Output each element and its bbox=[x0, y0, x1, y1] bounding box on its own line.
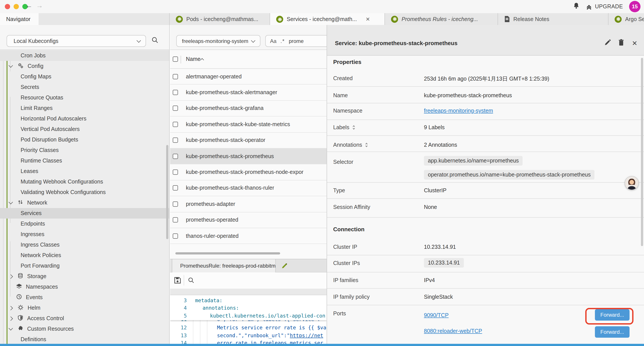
expand-toggle-icon[interactable] bbox=[352, 125, 356, 130]
row-divider bbox=[327, 182, 644, 183]
table-row[interactable]: kube-prometheus-stack-prometheus-node-ex… bbox=[170, 164, 326, 180]
minimize-window-button[interactable] bbox=[14, 4, 19, 9]
table-row[interactable]: kube-prometheus-stack-thanos-ruler bbox=[170, 180, 326, 196]
upgrade-button[interactable]: UPGRADE bbox=[586, 3, 623, 10]
name-value: kube-prometheus-stack-prometheus bbox=[424, 92, 512, 98]
sidebar-item-namespaces[interactable]: Namespaces bbox=[0, 282, 170, 292]
port-link-8080[interactable]: 8080:reloader-web/TCP bbox=[424, 328, 482, 334]
table-row[interactable]: alertmanager-operated bbox=[170, 69, 326, 85]
sidebar-item-priority-classes[interactable]: Priority Classes bbox=[0, 145, 170, 155]
table-row[interactable]: kube-prometheus-stack-grafana bbox=[170, 101, 326, 117]
row-divider bbox=[327, 152, 644, 152]
sidebar-item-mutating-webhook-configurations[interactable]: Mutating Webhook Configurations bbox=[0, 177, 170, 187]
row-divider bbox=[327, 103, 644, 103]
table-row[interactable]: prometheus-adapter bbox=[170, 196, 326, 212]
expand-toggle-icon[interactable] bbox=[364, 142, 369, 148]
kubeconfig-selector[interactable]: Local Kubeconfigs bbox=[6, 35, 146, 47]
port-link-9090[interactable]: 9090/TCP bbox=[424, 312, 449, 319]
row-checkbox[interactable] bbox=[173, 233, 178, 239]
sidebar-item-horizontal-pod-autoscalers[interactable]: Horizontal Pod Autoscalers bbox=[0, 113, 170, 124]
select-all-checkbox[interactable] bbox=[173, 56, 178, 62]
tab-argo[interactable]: Argo Se bbox=[608, 13, 644, 25]
user-avatar[interactable] bbox=[625, 176, 639, 190]
sidebar-item-custom-resources[interactable]: Custom Resources bbox=[0, 324, 170, 334]
sidebar-item-ingresses[interactable]: Ingresses bbox=[0, 229, 170, 240]
row-checkbox[interactable] bbox=[173, 201, 178, 207]
sidebar-item-cron-jobs[interactable]: Cron Jobs bbox=[0, 50, 170, 61]
row-checkbox[interactable] bbox=[173, 169, 178, 175]
sidebar-item-access-control[interactable]: Access Control bbox=[0, 313, 170, 324]
row-checkbox[interactable] bbox=[173, 122, 178, 127]
sidebar-item-helm[interactable]: Helm bbox=[0, 303, 170, 313]
sidebar-item-leases[interactable]: Leases bbox=[0, 166, 170, 177]
row-checkbox[interactable] bbox=[173, 185, 178, 191]
sidebar-item-runtime-classes[interactable]: Runtime Classes bbox=[0, 155, 170, 166]
row-checkbox[interactable] bbox=[173, 217, 178, 223]
back-arrow-icon[interactable]: ← bbox=[24, 2, 33, 10]
sidebar-item-definitions[interactable]: Definitions bbox=[0, 334, 170, 344]
sidebar-item-ingress-classes[interactable]: Ingress Classes bbox=[0, 240, 170, 250]
close-panel-icon[interactable]: ✕ bbox=[632, 39, 638, 47]
row-checkbox[interactable] bbox=[173, 153, 178, 159]
window-titlebar: ← → UPGRADE 15 bbox=[0, 0, 644, 13]
row-checkbox[interactable] bbox=[173, 74, 178, 79]
sidebar-item-storage[interactable]: Storage bbox=[0, 271, 170, 282]
sidebar-scrollbar[interactable] bbox=[166, 145, 168, 239]
kubernetes-icon bbox=[276, 16, 283, 23]
notification-bell-icon[interactable] bbox=[573, 2, 580, 11]
table-row[interactable]: kube-prometheus-stack-operator bbox=[170, 132, 326, 148]
labels-value: 9 Labels bbox=[424, 124, 445, 130]
notification-count-badge[interactable]: 15 bbox=[629, 1, 640, 12]
row-divider bbox=[327, 272, 644, 272]
sidebar-item-config[interactable]: Config bbox=[0, 61, 170, 71]
forward-arrow-icon[interactable]: → bbox=[35, 2, 44, 10]
sidebar-item-network[interactable]: Network bbox=[0, 198, 170, 208]
sort-ascending-icon[interactable] bbox=[200, 58, 204, 62]
table-row[interactable]: kube-prometheus-stack-kube-state-metrics bbox=[170, 116, 326, 132]
sidebar-item-events[interactable]: Events bbox=[0, 292, 170, 303]
tab-release-notes[interactable]: Release Notes bbox=[498, 13, 608, 25]
sidebar-item-resource-quotas[interactable]: Resource Quotas bbox=[0, 92, 170, 103]
sidebar-item-services[interactable]: Services bbox=[0, 208, 170, 219]
edit-pencil-icon[interactable] bbox=[604, 39, 611, 47]
sidebar-item-config-maps[interactable]: Config Maps bbox=[0, 71, 170, 82]
editor-tab-partial[interactable] bbox=[278, 259, 326, 272]
namespace-filter-dropdown[interactable]: freeleaps-monitoring-system bbox=[176, 35, 260, 47]
sidebar-item-pod-disruption-budgets[interactable]: Pod Disruption Budgets bbox=[0, 134, 170, 145]
sidebar-item-vertical-pod-autoscalers[interactable]: Vertical Pod Autoscalers bbox=[0, 124, 170, 134]
horizontal-scrollbar[interactable] bbox=[175, 252, 280, 255]
table-row[interactable]: thanos-ruler-operated bbox=[170, 228, 326, 244]
delete-trash-icon[interactable] bbox=[618, 39, 624, 48]
table-row[interactable]: kube-prometheus-stack-alertmanager bbox=[170, 85, 326, 101]
helm-icon bbox=[18, 304, 24, 312]
navigator-panel-tab[interactable]: Navigator bbox=[0, 13, 38, 25]
editor-search-icon[interactable] bbox=[188, 277, 194, 285]
sidebar-item-limit-ranges[interactable]: Limit Ranges bbox=[0, 103, 170, 113]
tab-services[interactable]: Services - icecheng@math... ✕ bbox=[270, 13, 385, 25]
sidebar-item-network-policies[interactable]: Network Policies bbox=[0, 250, 170, 261]
tab-prometheus-rules[interactable]: Prometheus Rules - icecheng... bbox=[385, 13, 498, 25]
name-column-header[interactable]: Name bbox=[186, 56, 200, 62]
yaml-editor[interactable]: 11 0","for":"1m","labels":{"service":" 1… bbox=[170, 295, 326, 344]
sidebar-item-port-forwarding[interactable]: Port Forwarding bbox=[0, 261, 170, 271]
editor-tab-prometheusrule[interactable]: PrometheusRule: freeleaps-prod-rabbitmq bbox=[172, 259, 276, 272]
save-icon[interactable] bbox=[174, 277, 181, 286]
regex-icon[interactable]: .* bbox=[280, 38, 285, 44]
sidebar-item-secrets[interactable]: Secrets bbox=[0, 82, 170, 92]
sidebar-search-icon[interactable] bbox=[152, 37, 158, 45]
tab-pods[interactable]: Pods - icecheng@mathmas... bbox=[170, 13, 270, 25]
list-search-input[interactable]: Aa .* prome bbox=[265, 35, 326, 47]
forward-port-button-8080[interactable]: Forward... bbox=[595, 326, 630, 338]
row-checkbox[interactable] bbox=[173, 106, 178, 111]
row-checkbox[interactable] bbox=[173, 90, 178, 95]
close-tab-icon[interactable]: ✕ bbox=[366, 16, 370, 22]
table-row-selected[interactable]: kube-prometheus-stack-prometheus bbox=[170, 148, 326, 164]
table-row[interactable]: prometheus-operated bbox=[170, 212, 326, 228]
sidebar-item-endpoints[interactable]: Endpoints bbox=[0, 219, 170, 229]
details-scrollbar[interactable] bbox=[641, 58, 643, 246]
row-checkbox[interactable] bbox=[173, 138, 178, 143]
sidebar-item-validating-webhook-configurations[interactable]: Validating Webhook Configurations bbox=[0, 187, 170, 198]
namespace-link[interactable]: freeleaps-monitoring-system bbox=[424, 108, 493, 114]
close-window-button[interactable] bbox=[5, 4, 10, 9]
match-case-icon[interactable]: Aa bbox=[270, 38, 276, 44]
